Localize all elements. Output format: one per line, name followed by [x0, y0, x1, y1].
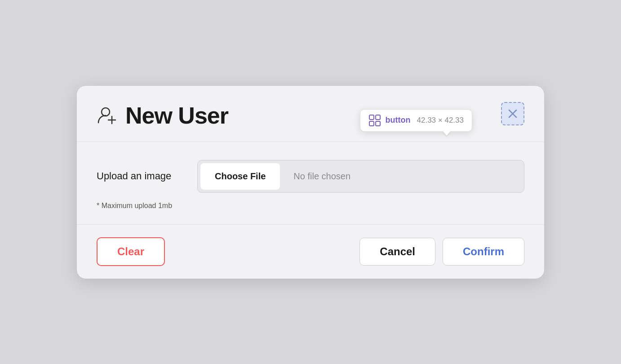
confirm-button[interactable]: Confirm: [443, 238, 524, 266]
new-user-modal: button 42.33 × 42.33 New User Upload an …: [77, 86, 544, 279]
modal-header: New User: [77, 86, 544, 142]
svg-rect-2: [369, 121, 374, 126]
footer-right-buttons: Cancel Confirm: [359, 238, 524, 266]
title-group: New User: [97, 102, 228, 129]
svg-rect-3: [376, 121, 380, 126]
element-inspector-tooltip: button 42.33 × 42.33: [360, 109, 472, 132]
upload-label: Upload an image: [97, 170, 186, 182]
new-user-icon: [97, 105, 118, 126]
svg-rect-1: [376, 115, 380, 120]
max-upload-note: * Maximum upload 1mb: [97, 202, 524, 210]
clear-button[interactable]: Clear: [97, 237, 165, 266]
page-title: New User: [125, 102, 228, 129]
upload-row: Upload an image Choose File No file chos…: [97, 160, 524, 193]
modal-footer: Clear Cancel Confirm: [77, 225, 544, 279]
modal-body: Upload an image Choose File No file chos…: [77, 142, 544, 225]
choose-file-button[interactable]: Choose File: [200, 163, 280, 190]
no-file-text: No file chosen: [283, 171, 361, 182]
tooltip-element-type: button: [386, 115, 411, 125]
close-x-icon: [506, 107, 519, 120]
svg-rect-0: [369, 115, 374, 120]
file-input-wrapper: Choose File No file chosen: [197, 160, 524, 193]
tooltip-dimensions: 42.33 × 42.33: [417, 116, 464, 125]
svg-point-4: [102, 108, 110, 116]
close-button[interactable]: [501, 102, 524, 125]
cancel-button[interactable]: Cancel: [359, 238, 435, 266]
tooltip-grid-icon: [368, 114, 381, 127]
